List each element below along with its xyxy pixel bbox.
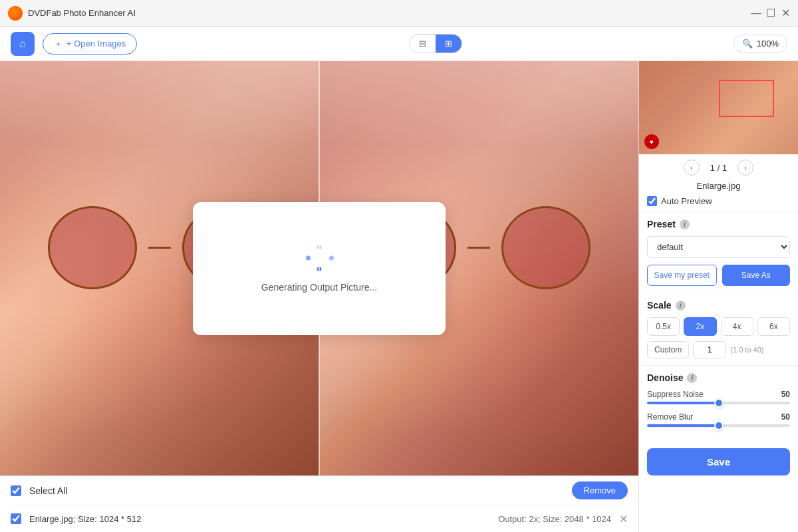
- suppress-noise-thumb[interactable]: [714, 398, 724, 408]
- suppress-noise-value: 50: [781, 390, 790, 399]
- page-info: 1 / 1: [710, 163, 727, 173]
- file-list-item: Enlarge.jpg; Size: 1024 * 512 Output: 2x…: [11, 505, 628, 532]
- split-divider: [319, 61, 320, 475]
- select-all-label: Select All: [29, 485, 68, 496]
- scale-info-icon[interactable]: i: [676, 301, 686, 311]
- preset-buttons: Save my preset Save As: [647, 265, 790, 286]
- page-separator: /: [718, 163, 722, 173]
- titlebar: DVDFab Photo Enhancer AI — ☐ ✕: [0, 0, 798, 27]
- remove-blur-fill: [647, 424, 719, 427]
- view-single-button[interactable]: ⊞: [436, 35, 462, 53]
- thumbnail-icon: ♥: [644, 134, 659, 149]
- spinner-dot-3: [329, 255, 334, 260]
- view-toggle: ⊟ ⊞: [409, 34, 462, 53]
- suppress-noise-fill: [647, 402, 719, 404]
- scale-section-title: Scale i: [647, 300, 790, 311]
- file-name-label: Enlarge.jpg; Size: 1024 * 512: [29, 514, 490, 524]
- panel-filename: Enlarge.jpg: [639, 181, 798, 194]
- toolbar: ⌂ ＋ + Open Images ⊟ ⊞ 🔍 100%: [0, 27, 798, 61]
- image-viewport: Generating Output Picture...: [0, 61, 638, 475]
- open-images-label: + Open Images: [66, 39, 126, 49]
- auto-preview-label: Auto Preview: [661, 196, 712, 206]
- spinner-dot-2: [306, 255, 311, 260]
- file-output-label: Output: 2x; Size: 2048 * 1024: [498, 514, 611, 524]
- scale-6x-button[interactable]: 6x: [757, 317, 790, 336]
- custom-scale-button[interactable]: Custom: [647, 341, 689, 358]
- window-controls: — ☐ ✕: [751, 9, 790, 18]
- scale-buttons: 0.5x 2x 4x 6x: [647, 317, 790, 336]
- main-layout: Generating Output Picture... Select All …: [0, 61, 798, 532]
- file-checkbox[interactable]: [11, 513, 21, 524]
- app-logo: [8, 6, 23, 21]
- preset-dropdown[interactable]: default portrait landscape custom: [647, 236, 790, 258]
- view-split-button[interactable]: ⊟: [410, 35, 436, 53]
- scale-4x-button[interactable]: 4x: [721, 317, 753, 336]
- zoom-area: 🔍 100%: [733, 35, 787, 53]
- nav-prev-button[interactable]: ‹: [684, 160, 700, 176]
- scale-05x-button[interactable]: 0.5x: [647, 317, 680, 336]
- auto-preview-checkbox[interactable]: [647, 196, 657, 206]
- zoom-icon: 🔍: [742, 39, 753, 49]
- custom-scale-range: (1.0 to 40): [730, 346, 763, 354]
- save-as-button[interactable]: Save As: [722, 265, 791, 286]
- preset-section: Preset i default portrait landscape cust…: [639, 211, 798, 293]
- suppress-noise-label: Suppress Noise: [647, 390, 704, 399]
- file-close-button[interactable]: ✕: [619, 513, 628, 525]
- restore-button[interactable]: ☐: [766, 9, 775, 18]
- suppress-noise-row: Suppress Noise 50: [647, 390, 790, 399]
- thumbnail-selection: [719, 80, 775, 117]
- page-total: 1: [722, 163, 727, 173]
- thumbnail-area: ♥: [639, 61, 798, 154]
- toolbar-left: ⌂ ＋ + Open Images: [11, 32, 137, 56]
- remove-blur-slider[interactable]: [647, 424, 790, 427]
- denoise-section: Denoise i Suppress Noise 50 Remove Blur …: [639, 365, 798, 442]
- remove-blur-thumb[interactable]: [714, 421, 724, 430]
- denoise-info-icon[interactable]: i: [687, 373, 697, 383]
- preset-info-icon[interactable]: i: [680, 219, 690, 229]
- right-panel: ♥ ‹ 1 / 1 › Enlarge.jpg Auto Preview Pre…: [638, 61, 798, 532]
- filelist-bar: Select All Remove Enlarge.jpg; Size: 102…: [0, 475, 638, 532]
- filelist-header: Select All Remove: [11, 476, 628, 505]
- scale-section: Scale i 0.5x 2x 4x 6x Custom (1.0 to 40): [639, 293, 798, 365]
- save-my-preset-button[interactable]: Save my preset: [647, 265, 717, 286]
- scale-2x-button[interactable]: 2x: [684, 317, 716, 336]
- minimize-button[interactable]: —: [751, 9, 761, 18]
- auto-preview-row: Auto Preview: [639, 194, 798, 211]
- thumbnail-navigation: ‹ 1 / 1 ›: [639, 154, 798, 181]
- preset-section-title: Preset i: [647, 219, 790, 229]
- page-current: 1: [710, 163, 715, 173]
- app-title: DVDFab Photo Enhancer AI: [28, 8, 136, 18]
- close-button[interactable]: ✕: [781, 9, 790, 18]
- remove-blur-value: 50: [781, 412, 790, 422]
- suppress-noise-slider[interactable]: [647, 402, 790, 404]
- custom-scale-input[interactable]: [693, 341, 726, 358]
- remove-blur-row: Remove Blur 50: [647, 412, 790, 422]
- scale-custom-row: Custom (1.0 to 40): [647, 341, 790, 358]
- open-images-icon: ＋: [54, 38, 63, 50]
- image-split: [0, 61, 638, 475]
- zoom-level: 100%: [757, 39, 779, 49]
- open-images-button[interactable]: ＋ + Open Images: [43, 33, 137, 55]
- remove-button[interactable]: Remove: [572, 481, 628, 499]
- remove-blur-label: Remove Blur: [647, 412, 693, 422]
- image-area: Generating Output Picture... Select All …: [0, 61, 638, 532]
- nav-next-button[interactable]: ›: [737, 160, 753, 176]
- select-all-checkbox[interactable]: [11, 485, 21, 496]
- titlebar-left: DVDFab Photo Enhancer AI: [8, 6, 136, 21]
- denoise-section-title: Denoise i: [647, 372, 790, 383]
- save-final-button[interactable]: Save: [647, 448, 790, 475]
- home-button[interactable]: ⌂: [11, 32, 35, 56]
